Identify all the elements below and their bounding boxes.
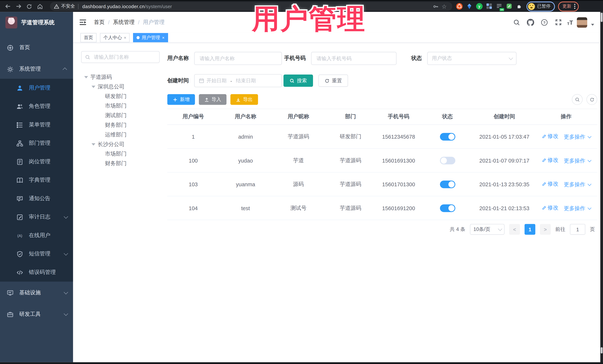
- more-actions-link[interactable]: 更多操作: [564, 205, 590, 212]
- sidebar-item-post-mgmt[interactable]: 岗位管理: [0, 153, 73, 171]
- tree-node[interactable]: 市场部门: [81, 149, 160, 159]
- tree-node[interactable]: 长沙分公司: [81, 139, 160, 149]
- reset-button[interactable]: 重置: [318, 75, 348, 87]
- status-toggle[interactable]: [440, 180, 455, 188]
- more-actions-link[interactable]: 更多操作: [564, 133, 590, 140]
- sidebar-collapse-button[interactable]: [75, 15, 90, 30]
- status-toggle[interactable]: [440, 204, 455, 212]
- cell-user-id: 103: [167, 172, 219, 196]
- browser-profile-chip[interactable]: 已暂停: [527, 1, 555, 11]
- page-size-select[interactable]: 10条/页: [470, 224, 505, 235]
- sidebar-item-role-mgmt[interactable]: 角色管理: [0, 97, 73, 115]
- department-search[interactable]: [81, 51, 160, 63]
- edit-link[interactable]: 修改: [542, 133, 558, 140]
- sidebar-item-notice[interactable]: 通知公告: [0, 189, 73, 208]
- browser-update-button[interactable]: 更新: [558, 1, 579, 11]
- browser-menu-kebab-icon[interactable]: [574, 4, 575, 9]
- edit-link[interactable]: 修改: [542, 180, 558, 187]
- more-actions-link[interactable]: 更多操作: [564, 157, 590, 164]
- password-key-icon[interactable]: [431, 2, 440, 11]
- browser-scrollbar[interactable]: [600, 12, 603, 364]
- tree-node[interactable]: 研发部门: [81, 91, 160, 101]
- address-bar[interactable]: 不安全 dashboard.yudao.iocoder.cn/system/us…: [50, 2, 452, 11]
- tree-node[interactable]: 财务部门: [81, 159, 160, 168]
- sidebar-item-user-mgmt[interactable]: 用户管理: [0, 79, 73, 97]
- tab-home[interactable]: 首页: [80, 33, 96, 42]
- sidebar-item-errcode-mgmt[interactable]: 错误码管理: [0, 263, 73, 282]
- prev-page-button[interactable]: <: [509, 224, 520, 235]
- sidebar-item-sms-mgmt[interactable]: 短信管理: [0, 245, 73, 263]
- browser-forward-button[interactable]: [13, 2, 24, 11]
- sidebar-item-online-users[interactable]: (A) 在线用户: [0, 226, 73, 245]
- more-actions-link[interactable]: 更多操作: [564, 181, 590, 188]
- tab-profile[interactable]: 个人中心 ×: [100, 33, 130, 42]
- breadcrumb-home[interactable]: 首页: [94, 19, 105, 26]
- username-field[interactable]: [194, 52, 282, 65]
- status-toggle[interactable]: [440, 157, 455, 164]
- scrollbar-thumb[interactable]: [601, 13, 603, 22]
- user-avatar[interactable]: [577, 17, 587, 27]
- username-input[interactable]: [199, 55, 277, 62]
- tree-node[interactable]: 市场部门: [81, 101, 160, 111]
- help-button[interactable]: ?: [539, 17, 549, 27]
- fullscreen-button[interactable]: [553, 17, 563, 27]
- url-path: /system/user: [145, 4, 172, 9]
- status-select[interactable]: 用户状态: [427, 52, 517, 65]
- import-button[interactable]: 导入: [199, 94, 227, 105]
- browser-back-button[interactable]: [2, 2, 13, 11]
- status-toggle[interactable]: [440, 133, 455, 140]
- tab-user-mgmt[interactable]: 用户管理 ×: [133, 33, 168, 42]
- code-icon: [16, 269, 23, 276]
- add-button[interactable]: 新增: [167, 94, 195, 105]
- sidebar-item-dev-tools[interactable]: 研发工具: [0, 305, 73, 324]
- tree-caret-icon[interactable]: [92, 86, 95, 88]
- tree-node[interactable]: 深圳总公司: [81, 82, 160, 91]
- goto-page-input[interactable]: [570, 224, 585, 235]
- extensions-puzzle-icon[interactable]: [516, 3, 523, 10]
- green-key-extension-icon[interactable]: [506, 3, 513, 10]
- tabs-list-extension-icon[interactable]: on: [496, 3, 503, 10]
- grid-extension-icon[interactable]: [486, 3, 493, 10]
- tree-node[interactable]: 运维部门: [81, 130, 160, 140]
- sidebar-item-infrastructure[interactable]: 基础设施: [0, 283, 73, 302]
- sidebar-item-home[interactable]: 首页: [0, 38, 73, 57]
- page-number-button[interactable]: 1: [524, 224, 535, 235]
- sidebar-item-audit-log[interactable]: 审计日志: [0, 208, 73, 226]
- app-logo[interactable]: 芋道管理系统: [0, 12, 73, 33]
- mobile-input[interactable]: [316, 55, 392, 62]
- create-time-range-picker[interactable]: 开始日期 - 结束日期: [194, 74, 282, 87]
- edit-link[interactable]: 修改: [542, 157, 558, 164]
- table-row: 1 admin 芋道源码 研发部门 15612345678 2021-01-05…: [167, 125, 597, 149]
- blue-gem-extension-icon[interactable]: [466, 3, 473, 10]
- browser-reload-button[interactable]: [24, 2, 35, 11]
- close-icon[interactable]: ×: [124, 35, 126, 40]
- tree-node[interactable]: 财务部门: [81, 120, 160, 130]
- ubuntu-extension-icon[interactable]: [456, 3, 463, 10]
- tree-node[interactable]: 测试部门: [81, 111, 160, 120]
- tree-caret-icon[interactable]: [84, 76, 88, 78]
- security-label[interactable]: 不安全: [61, 3, 75, 10]
- next-page-button[interactable]: >: [540, 224, 551, 235]
- avatar-caret-icon[interactable]: [591, 23, 594, 25]
- toggle-search-button[interactable]: [572, 94, 583, 105]
- sidebar-item-dict-mgmt[interactable]: 字典管理: [0, 171, 73, 189]
- department-search-input[interactable]: [93, 54, 156, 60]
- close-icon[interactable]: ×: [162, 35, 164, 40]
- github-link[interactable]: [526, 17, 536, 27]
- sidebar-item-dept-mgmt[interactable]: 部门管理: [0, 134, 73, 152]
- browser-home-button[interactable]: [35, 2, 46, 11]
- refresh-table-button[interactable]: [587, 94, 597, 105]
- green-y-extension-icon[interactable]: y: [476, 3, 483, 10]
- tree-node[interactable]: 芋道源码: [81, 72, 160, 82]
- mobile-field[interactable]: [311, 52, 396, 65]
- tree-caret-icon[interactable]: [92, 143, 95, 145]
- search-button[interactable]: 搜索: [283, 75, 313, 87]
- header-search-button[interactable]: [512, 17, 522, 27]
- export-button[interactable]: 导出: [231, 94, 258, 105]
- edit-link[interactable]: 修改: [542, 204, 558, 211]
- sidebar-item-system[interactable]: 系统管理: [0, 59, 73, 79]
- breadcrumb-system[interactable]: 系统管理: [113, 19, 135, 26]
- bookmark-star-icon[interactable]: ☆: [440, 2, 448, 11]
- sidebar-item-menu-mgmt[interactable]: 菜单管理: [0, 116, 73, 134]
- font-size-button[interactable]: TT: [567, 19, 573, 26]
